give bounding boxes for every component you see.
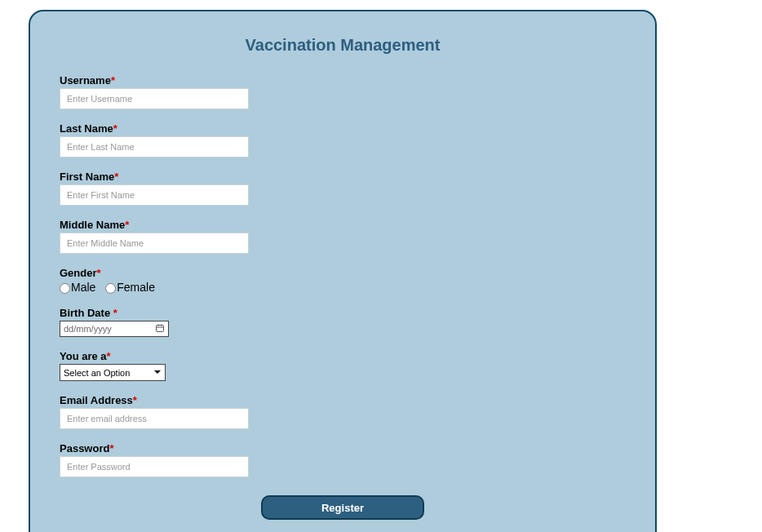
middlename-input[interactable] <box>60 233 249 254</box>
birthdate-group: Birth Date * dd/mm/yyyy <box>60 307 626 337</box>
submit-row: Register <box>60 495 626 520</box>
required-mark: * <box>111 74 115 86</box>
role-label: You are a* <box>60 350 626 362</box>
firstname-input[interactable] <box>60 184 249 206</box>
firstname-label: First Name* <box>60 171 626 183</box>
required-mark: * <box>125 219 129 231</box>
required-mark: * <box>113 122 117 135</box>
required-mark: * <box>133 394 137 406</box>
lastname-label: Last Name* <box>60 122 626 135</box>
registration-form: Username* Last Name* First Name* Middle … <box>60 74 626 532</box>
calendar-icon[interactable] <box>155 323 165 335</box>
username-label: Username* <box>60 74 626 86</box>
firstname-group: First Name* <box>60 171 626 206</box>
gender-group: Gender* Male Female <box>60 267 626 294</box>
middlename-group: Middle Name* <box>60 219 626 254</box>
role-select[interactable]: Select an Option <box>60 366 165 381</box>
lastname-input[interactable] <box>60 136 249 157</box>
lastname-group: Last Name* <box>60 122 626 157</box>
gender-female-label: Female <box>117 281 155 294</box>
required-mark: * <box>109 442 113 454</box>
username-group: Username* <box>60 74 626 109</box>
required-mark: * <box>107 350 111 362</box>
birthdate-placeholder: dd/mm/yyyy <box>64 324 112 334</box>
required-mark: * <box>97 267 101 279</box>
registration-card: Vaccination Management Username* Last Na… <box>29 10 657 532</box>
birthdate-label: Birth Date * <box>60 307 626 319</box>
middlename-label: Middle Name* <box>60 219 626 231</box>
gender-male-radio[interactable] <box>60 283 70 294</box>
required-mark: * <box>113 307 117 319</box>
email-label: Email Address* <box>60 394 626 406</box>
role-select-wrap: Select an Option <box>60 364 166 381</box>
role-group: You are a* Select an Option <box>60 350 626 381</box>
gender-female-radio[interactable] <box>105 283 116 294</box>
gender-male-label: Male <box>71 281 95 294</box>
register-button[interactable]: Register <box>261 495 424 520</box>
password-label: Password* <box>60 442 626 454</box>
svg-rect-0 <box>157 326 164 332</box>
email-input[interactable] <box>60 408 249 429</box>
birthdate-input[interactable]: dd/mm/yyyy <box>60 321 169 337</box>
username-input[interactable] <box>60 88 249 109</box>
email-group: Email Address* <box>60 394 626 429</box>
password-group: Password* <box>60 442 626 477</box>
required-mark: * <box>114 171 118 183</box>
gender-label: Gender* <box>60 267 626 279</box>
page-title: Vaccination Management <box>60 36 626 55</box>
password-input[interactable] <box>60 456 249 477</box>
gender-options: Male Female <box>60 281 626 294</box>
